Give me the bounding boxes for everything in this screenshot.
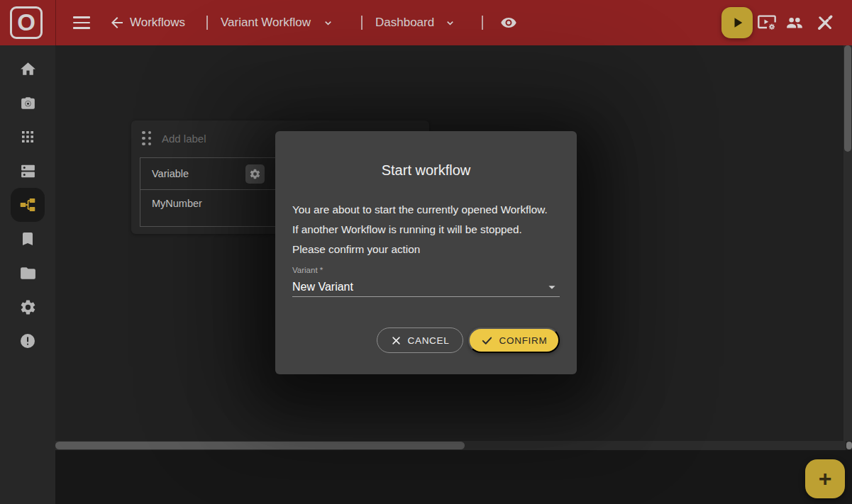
sidebar-item-devices[interactable] — [11, 154, 45, 188]
cancel-button[interactable]: CANCEL — [377, 327, 463, 353]
sidebar-item-files[interactable] — [11, 256, 45, 290]
start-workflow-dialog: Start workflow You are about to start th… — [275, 131, 577, 374]
sidebar-item-apps[interactable] — [11, 120, 45, 154]
dropdown-arrow-icon — [544, 279, 560, 295]
gear-icon — [249, 168, 261, 180]
gear-icon — [19, 298, 37, 316]
sidebar — [0, 45, 55, 504]
breadcrumb-divider — [206, 16, 208, 30]
confirm-button[interactable]: CONFIRM — [468, 327, 560, 353]
horizontal-scrollbar-thumb[interactable] — [55, 442, 465, 449]
screen-cast-settings-icon[interactable] — [756, 13, 778, 33]
dialog-body-line: If another Workflow is running it will b… — [292, 220, 560, 240]
camera-icon — [19, 94, 37, 112]
close-icon — [391, 335, 402, 346]
scrollbar-corner — [846, 442, 852, 449]
tools-icon[interactable] — [814, 12, 836, 33]
users-icon[interactable] — [785, 13, 804, 32]
variant-field-label: Variant * — [292, 266, 560, 274]
breadcrumb-divider — [482, 16, 483, 30]
sidebar-item-camera[interactable] — [11, 86, 45, 120]
check-icon — [481, 335, 493, 347]
breadcrumb-workflow-name[interactable]: Variant Workflow — [221, 0, 311, 45]
breadcrumb-workflows[interactable]: Workflows — [130, 0, 185, 45]
dialog-title: Start workflow — [275, 131, 577, 179]
back-arrow-icon[interactable] — [109, 14, 126, 31]
topbar: O Workflows Variant Workflow Dashboard — [0, 0, 852, 45]
variant-select-value: New Variant — [292, 281, 353, 293]
cancel-button-label: CANCEL — [408, 335, 450, 346]
eye-icon[interactable] — [499, 14, 518, 31]
sidebar-item-workflows[interactable] — [11, 188, 45, 222]
error-icon — [19, 332, 36, 349]
field-settings-button[interactable] — [245, 164, 265, 184]
breadcrumb-view-name[interactable]: Dashboard — [375, 0, 434, 45]
home-icon — [19, 60, 37, 78]
play-icon — [729, 14, 746, 31]
variant-select[interactable]: New Variant — [292, 277, 560, 297]
vertical-scrollbar-thumb[interactable] — [844, 45, 851, 152]
sidebar-item-home[interactable] — [11, 52, 45, 86]
menu-icon[interactable] — [73, 16, 90, 29]
topbar-divider — [55, 0, 56, 45]
dialog-body-line: Please confirm your action — [292, 240, 560, 259]
bookmark-icon — [19, 230, 36, 247]
add-button[interactable]: + — [805, 459, 845, 498]
dialog-body: You are about to start the currently ope… — [292, 200, 560, 259]
node-label-placeholder[interactable]: Add label — [162, 133, 206, 145]
dialog-body-line: You are about to start the currently ope… — [292, 200, 560, 220]
dialog-actions: CANCEL CONFIRM — [377, 327, 560, 353]
sidebar-item-settings[interactable] — [11, 290, 45, 324]
horizontal-scrollbar[interactable] — [55, 441, 846, 450]
chevron-down-icon[interactable] — [323, 18, 333, 28]
apps-grid-icon — [19, 128, 36, 145]
chevron-down-icon[interactable] — [445, 18, 455, 28]
workflow-icon — [18, 196, 37, 214]
vertical-scrollbar[interactable] — [843, 45, 852, 441]
app-logo-letter: O — [17, 9, 35, 36]
drag-handle-icon[interactable] — [142, 131, 151, 146]
plus-icon: + — [819, 466, 832, 492]
field-label: Variable — [152, 168, 189, 179]
field-value: MyNumber — [152, 198, 202, 209]
sidebar-item-alerts[interactable] — [11, 324, 45, 358]
bottom-panel — [55, 450, 852, 504]
breadcrumb-divider — [361, 16, 363, 30]
confirm-button-label: CONFIRM — [499, 335, 548, 346]
app-logo[interactable]: O — [10, 6, 43, 39]
server-list-icon — [19, 162, 37, 180]
run-workflow-button[interactable] — [721, 7, 753, 38]
sidebar-item-bookmarks[interactable] — [11, 222, 45, 256]
folder-icon — [19, 264, 37, 282]
